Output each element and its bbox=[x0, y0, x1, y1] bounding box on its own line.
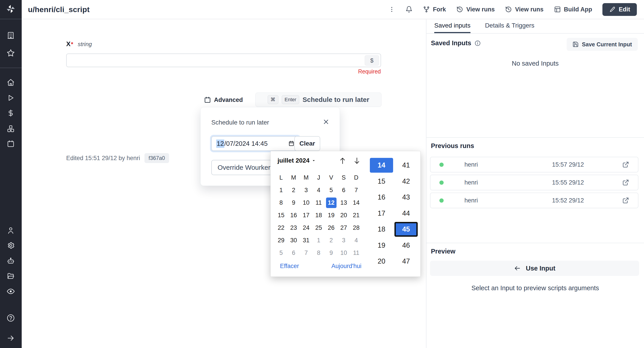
kebab-menu-icon[interactable] bbox=[388, 6, 395, 13]
calendar-day[interactable]: 29 bbox=[275, 234, 287, 247]
hour-option[interactable]: 20 bbox=[370, 254, 393, 269]
calendar-day[interactable]: 9 bbox=[325, 247, 338, 259]
expand-arrow-icon[interactable] bbox=[7, 334, 15, 342]
notifications-bell-icon[interactable] bbox=[406, 6, 412, 13]
calendar-day[interactable]: 4 bbox=[312, 184, 325, 196]
hour-option[interactable]: 19 bbox=[370, 238, 393, 253]
user-icon[interactable] bbox=[7, 226, 15, 235]
schedules-calendar-icon[interactable] bbox=[7, 140, 15, 148]
schedule-to-run-later-button[interactable]: ⌘ Enter Schedule to run later bbox=[255, 92, 382, 107]
dollar-suffix-button[interactable]: $ bbox=[365, 55, 379, 66]
external-link-icon[interactable] bbox=[622, 179, 629, 186]
workspace-icon[interactable] bbox=[7, 31, 15, 39]
workers-robot-icon[interactable] bbox=[7, 257, 15, 265]
calendar-day[interactable]: 19 bbox=[325, 209, 338, 222]
calendar-day[interactable]: 8 bbox=[312, 247, 325, 259]
calendar-day[interactable]: 20 bbox=[338, 209, 350, 222]
advanced-toggle[interactable]: Advanced bbox=[204, 93, 243, 106]
home-icon[interactable] bbox=[7, 78, 15, 86]
tab-details-triggers[interactable]: Details & Triggers bbox=[485, 19, 534, 33]
save-current-input-button[interactable]: Save Current Input bbox=[567, 38, 638, 51]
calendar-day[interactable]: 6 bbox=[338, 184, 350, 196]
calendar-day[interactable]: 28 bbox=[350, 222, 362, 234]
minute-option[interactable]: 44 bbox=[394, 206, 418, 221]
calendar-day[interactable]: 1 bbox=[312, 234, 325, 247]
calendar-day[interactable]: 11 bbox=[312, 196, 325, 209]
calendar-day[interactable]: 21 bbox=[350, 209, 362, 222]
resources-cubes-icon[interactable] bbox=[7, 125, 15, 133]
previous-run-row[interactable]: henri 15:52 29/12 bbox=[430, 193, 638, 208]
calendar-day[interactable]: 2 bbox=[325, 234, 338, 247]
next-month-arrow-icon[interactable] bbox=[353, 156, 361, 165]
calendar-day[interactable]: 6 bbox=[287, 247, 300, 259]
calendar-day[interactable]: 26 bbox=[325, 222, 338, 234]
calendar-day[interactable]: 7 bbox=[350, 184, 362, 196]
external-link-icon[interactable] bbox=[622, 197, 629, 204]
calendar-day[interactable]: 3 bbox=[300, 184, 312, 196]
calendar-day[interactable]: 15 bbox=[275, 209, 287, 222]
calendar-day[interactable]: 5 bbox=[325, 184, 338, 196]
calendar-picker-icon[interactable] bbox=[288, 140, 294, 147]
hour-option[interactable]: 16 bbox=[370, 190, 393, 205]
hour-option[interactable]: 15 bbox=[370, 174, 393, 189]
windmill-logo[interactable] bbox=[6, 4, 16, 14]
calendar-day[interactable]: 5 bbox=[275, 247, 287, 259]
calendar-day[interactable]: 7 bbox=[300, 247, 312, 259]
minute-option[interactable]: 43 bbox=[394, 190, 418, 205]
eye-icon[interactable] bbox=[6, 287, 15, 296]
calendar-day[interactable]: 30 bbox=[287, 234, 300, 247]
calendar-day[interactable]: 2 bbox=[287, 184, 300, 196]
month-dropdown[interactable]: juillet 2024 bbox=[278, 157, 316, 164]
close-icon[interactable] bbox=[323, 118, 330, 125]
edit-button[interactable]: Edit bbox=[602, 3, 637, 16]
previous-month-arrow-icon[interactable] bbox=[338, 156, 347, 165]
calendar-day[interactable]: 12 bbox=[325, 196, 338, 209]
hour-option[interactable]: 17 bbox=[370, 206, 393, 221]
calendar-day[interactable]: 3 bbox=[338, 234, 350, 247]
help-icon[interactable] bbox=[6, 314, 15, 322]
calendar-day[interactable]: 9 bbox=[287, 196, 300, 209]
view-runs-button-1[interactable]: View runs bbox=[456, 6, 495, 13]
info-icon[interactable] bbox=[474, 40, 481, 46]
calendar-day[interactable]: 24 bbox=[300, 222, 312, 234]
folders-icon[interactable] bbox=[7, 272, 15, 280]
variables-dollar-icon[interactable] bbox=[7, 109, 15, 117]
calendar-day[interactable]: 27 bbox=[338, 222, 350, 234]
minute-option[interactable]: 42 bbox=[394, 174, 418, 189]
calendar-day[interactable]: 23 bbox=[287, 222, 300, 234]
runs-play-icon[interactable] bbox=[7, 94, 14, 102]
build-app-button[interactable]: Build App bbox=[554, 6, 592, 13]
calendar-day[interactable]: 11 bbox=[350, 247, 362, 259]
external-link-icon[interactable] bbox=[622, 161, 629, 168]
minute-option[interactable]: 47 bbox=[394, 254, 418, 269]
calendar-day[interactable]: 16 bbox=[287, 209, 300, 222]
calendar-day[interactable]: 14 bbox=[350, 196, 362, 209]
fork-button[interactable]: Fork bbox=[423, 6, 446, 13]
clear-button[interactable]: Clear bbox=[294, 136, 320, 151]
hour-option[interactable]: 18 bbox=[370, 222, 393, 237]
calendar-day[interactable]: 18 bbox=[312, 209, 325, 222]
calendar-day[interactable]: 10 bbox=[300, 196, 312, 209]
calendar-day[interactable]: 1 bbox=[275, 184, 287, 196]
calendar-day[interactable]: 13 bbox=[338, 196, 350, 209]
picker-clear-link[interactable]: Effacer bbox=[280, 263, 299, 270]
tab-saved-inputs[interactable]: Saved inputs bbox=[434, 19, 470, 33]
calendar-day[interactable]: 4 bbox=[350, 234, 362, 247]
minute-option[interactable]: 45 bbox=[394, 222, 418, 237]
use-input-button[interactable]: Use Input bbox=[430, 261, 639, 276]
hour-option[interactable]: 14 bbox=[370, 158, 393, 173]
calendar-day[interactable]: 10 bbox=[338, 247, 350, 259]
x-string-input[interactable]: $ bbox=[66, 54, 381, 67]
minute-option[interactable]: 41 bbox=[394, 158, 418, 173]
view-runs-button-2[interactable]: View runs bbox=[505, 6, 544, 13]
calendar-day[interactable]: 8 bbox=[275, 196, 287, 209]
calendar-day[interactable]: 25 bbox=[312, 222, 325, 234]
datetime-input[interactable]: 12/07/2024 14:45 bbox=[211, 136, 300, 151]
minute-option[interactable]: 46 bbox=[394, 238, 418, 253]
calendar-day[interactable]: 17 bbox=[300, 209, 312, 222]
calendar-day[interactable]: 22 bbox=[275, 222, 287, 234]
previous-run-row[interactable]: henri 15:57 29/12 bbox=[430, 157, 638, 172]
favorites-star-icon[interactable] bbox=[6, 49, 15, 57]
picker-today-link[interactable]: Aujourd'hui bbox=[332, 263, 361, 270]
calendar-day[interactable]: 31 bbox=[300, 234, 312, 247]
